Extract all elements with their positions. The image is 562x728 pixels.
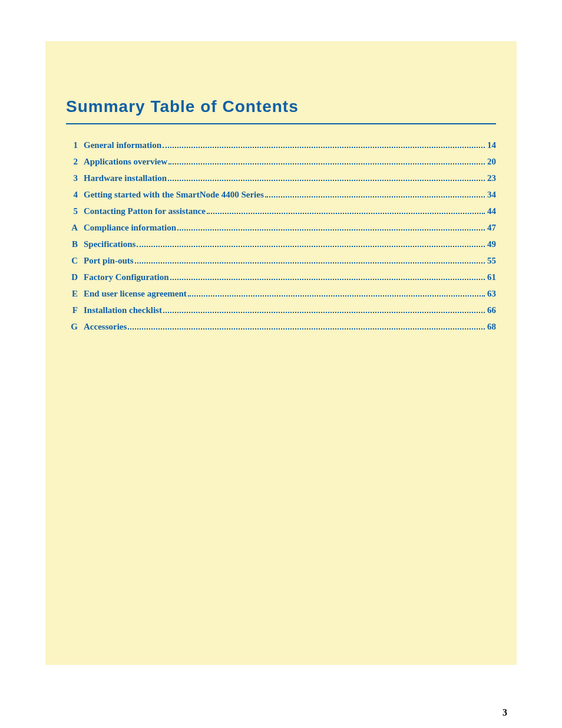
toc-entry-number: 5 bbox=[66, 207, 84, 216]
toc-entry[interactable]: ACompliance information 47 bbox=[66, 223, 496, 232]
toc-entry-number: 1 bbox=[66, 141, 84, 150]
table-of-contents: 1General information 142Applications ove… bbox=[66, 141, 496, 331]
page-title: Summary Table of Contents bbox=[66, 97, 496, 124]
toc-leader-dots bbox=[170, 279, 485, 280]
toc-entry-page: 47 bbox=[487, 223, 496, 232]
toc-entry-page: 23 bbox=[487, 174, 496, 183]
toc-entry-number: G bbox=[66, 322, 84, 331]
toc-entry[interactable]: BSpecifications 49 bbox=[66, 240, 496, 249]
toc-entry-title: Accessories bbox=[84, 322, 127, 331]
toc-entry-title: Getting started with the SmartNode 4400 … bbox=[84, 190, 264, 199]
content-area: Summary Table of Contents 1General infor… bbox=[66, 97, 496, 339]
toc-entry[interactable]: 5Contacting Patton for assistance 44 bbox=[66, 207, 496, 216]
toc-entry[interactable]: FInstallation checklist 66 bbox=[66, 306, 496, 315]
toc-entry-page: 55 bbox=[487, 256, 496, 265]
toc-leader-dots bbox=[128, 328, 485, 330]
toc-entry-number: E bbox=[66, 289, 84, 298]
toc-entry[interactable]: GAccessories 68 bbox=[66, 322, 496, 331]
toc-entry[interactable]: EEnd user license agreement 63 bbox=[66, 289, 496, 298]
toc-entry[interactable]: DFactory Configuration 61 bbox=[66, 273, 496, 282]
toc-leader-dots bbox=[135, 262, 485, 263]
toc-leader-dots bbox=[207, 213, 485, 214]
toc-entry-number: 4 bbox=[66, 190, 84, 199]
toc-entry-title: Installation checklist bbox=[84, 306, 162, 315]
toc-entry[interactable]: CPort pin-outs 55 bbox=[66, 256, 496, 265]
toc-entry-title: End user license agreement bbox=[84, 289, 187, 298]
toc-entry-number: 3 bbox=[66, 174, 84, 183]
toc-entry[interactable]: 4Getting started with the SmartNode 4400… bbox=[66, 190, 496, 199]
toc-entry-title: Port pin-outs bbox=[84, 256, 134, 265]
toc-entry-page: 44 bbox=[487, 207, 496, 216]
toc-entry-page: 34 bbox=[487, 190, 496, 199]
toc-leader-dots bbox=[188, 295, 485, 297]
toc-entry-number: F bbox=[66, 306, 84, 315]
toc-leader-dots bbox=[168, 180, 485, 181]
toc-entry-page: 14 bbox=[487, 141, 496, 150]
toc-leader-dots bbox=[168, 163, 485, 164]
toc-entry-title: Factory Configuration bbox=[84, 273, 169, 282]
toc-entry[interactable]: 2Applications overview 20 bbox=[66, 157, 496, 166]
toc-entry-number: 2 bbox=[66, 157, 84, 166]
toc-leader-dots bbox=[137, 246, 485, 247]
toc-entry-page: 20 bbox=[487, 157, 496, 166]
toc-entry-title: Compliance information bbox=[84, 223, 176, 232]
toc-entry-page: 61 bbox=[487, 273, 496, 282]
toc-leader-dots bbox=[177, 229, 485, 230]
toc-entry-page: 63 bbox=[487, 289, 496, 298]
toc-entry-page: 66 bbox=[487, 306, 496, 315]
toc-entry-title: Specifications bbox=[84, 240, 135, 249]
toc-entry[interactable]: 3Hardware installation 23 bbox=[66, 174, 496, 183]
toc-leader-dots bbox=[265, 196, 485, 197]
toc-entry-page: 49 bbox=[487, 240, 496, 249]
toc-entry-title: Applications overview bbox=[84, 157, 167, 166]
toc-entry-number: D bbox=[66, 273, 84, 282]
toc-entry-title: General information bbox=[84, 141, 161, 150]
toc-entry-title: Hardware installation bbox=[84, 174, 167, 183]
toc-entry-title: Contacting Patton for assistance bbox=[84, 207, 206, 216]
toc-entry-number: B bbox=[66, 240, 84, 249]
toc-entry-number: A bbox=[66, 223, 84, 232]
toc-entry-number: C bbox=[66, 256, 84, 265]
toc-entry[interactable]: 1General information 14 bbox=[66, 141, 496, 150]
toc-leader-dots bbox=[163, 312, 485, 313]
document-page: Summary Table of Contents 1General infor… bbox=[45, 41, 517, 665]
page-number: 3 bbox=[503, 707, 507, 718]
toc-entry-page: 68 bbox=[487, 322, 496, 331]
toc-leader-dots bbox=[163, 147, 485, 148]
